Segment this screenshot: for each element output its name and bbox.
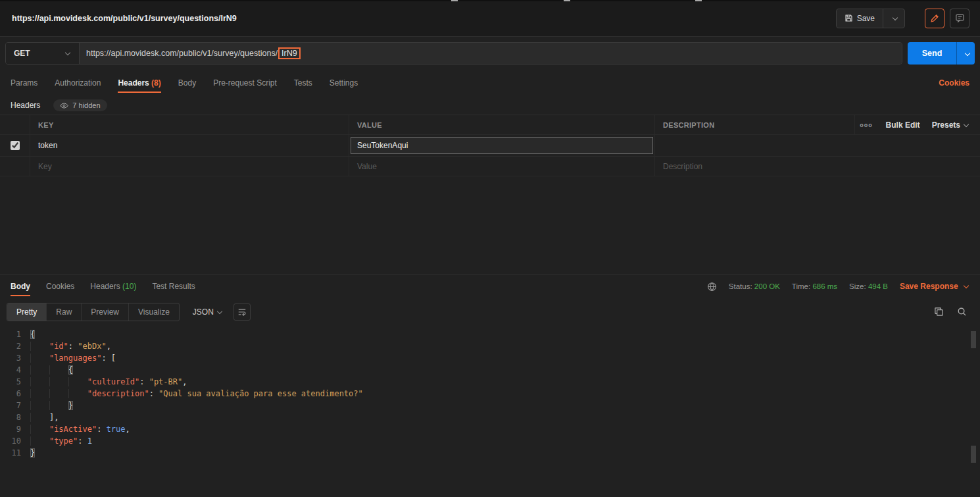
- response-toolbar: Pretty Raw Preview Visualize JSON: [0, 298, 980, 325]
- value-cell-placeholder[interactable]: Value: [349, 157, 654, 176]
- line-number: 8: [0, 411, 30, 423]
- key-placeholder-text: Key: [38, 162, 52, 171]
- network-info-button[interactable]: [707, 282, 717, 292]
- description-placeholder-text: Description: [663, 162, 702, 171]
- cookies-link[interactable]: Cookies: [939, 78, 969, 88]
- tab-response-cookies[interactable]: Cookies: [46, 275, 74, 298]
- time-value: 686 ms: [812, 282, 837, 290]
- line-number: 4: [0, 364, 30, 376]
- line-number: 5: [0, 376, 30, 388]
- presets-label: Presets: [932, 120, 960, 130]
- tab-headers[interactable]: Headers (8): [118, 70, 160, 95]
- code-line: 10 "type": 1: [0, 435, 980, 447]
- request-tab-title: https://api.movidesk.com/public/v1/surve…: [12, 14, 237, 23]
- response-meta: Status: 200 OK Time: 686 ms Size: 494 B …: [707, 282, 969, 292]
- postman-app: https://api.movidesk.com/public/v1/surve…: [0, 0, 980, 497]
- wrap-text-button[interactable]: [233, 303, 251, 321]
- more-options-button[interactable]: ooo: [854, 115, 878, 134]
- copy-button[interactable]: [934, 307, 944, 317]
- line-number: 3: [0, 352, 30, 364]
- url-highlight: IrN9: [278, 47, 301, 59]
- wrap-text-icon: [237, 307, 247, 317]
- tab-headers-count: (8): [151, 78, 161, 88]
- size-label: Size:: [849, 282, 866, 290]
- tab-prerequest-script[interactable]: Pre-request Script: [213, 70, 277, 95]
- chevron-down-icon: [893, 15, 898, 20]
- tab-params[interactable]: Params: [11, 70, 37, 95]
- status-indicator: Status: 200 OK: [729, 282, 780, 290]
- row-checkbox[interactable]: [11, 141, 20, 150]
- tab-authorization[interactable]: Authorization: [55, 70, 101, 95]
- value-input[interactable]: SeuTokenAqui: [351, 137, 653, 154]
- chevron-down-icon: [964, 121, 969, 126]
- send-button[interactable]: Send: [908, 42, 956, 65]
- status-label: Status:: [729, 282, 752, 290]
- edit-button[interactable]: [925, 9, 944, 28]
- tab-response-body[interactable]: Body: [11, 275, 30, 298]
- code-line: 6 "description": "Qual sua avaliação par…: [0, 388, 980, 400]
- response-code[interactable]: 1{2 "id": "ebDx",3 "languages": [4 {5 "c…: [0, 325, 980, 493]
- response-tabs: Body Cookies Headers (10) Test Results S…: [0, 275, 980, 298]
- eye-icon: [60, 103, 68, 109]
- key-cell-placeholder[interactable]: Key: [30, 157, 349, 176]
- presets-dropdown[interactable]: Presets: [928, 115, 980, 134]
- url-control: GET https://api.movidesk.com/public/v1/s…: [5, 42, 902, 65]
- row-checkbox-cell-empty: [0, 157, 30, 176]
- hidden-headers-toggle[interactable]: 7 hidden: [53, 99, 107, 111]
- key-cell[interactable]: token: [30, 135, 349, 156]
- column-label-description: DESCRIPTION: [663, 121, 714, 129]
- format-select[interactable]: JSON: [193, 307, 223, 317]
- headers-section-title: Headers: [11, 101, 40, 110]
- send-options-button[interactable]: [956, 42, 975, 65]
- line-number: 2: [0, 340, 30, 352]
- url-input[interactable]: https://api.movidesk.com/public/v1/surve…: [80, 43, 902, 64]
- tab-tests[interactable]: Tests: [294, 70, 312, 95]
- bulk-edit-button[interactable]: Bulk Edit: [878, 115, 928, 134]
- tab-response-headers[interactable]: Headers (10): [90, 275, 136, 298]
- save-button[interactable]: Save: [837, 9, 883, 28]
- request-url-row: GET https://api.movidesk.com/public/v1/s…: [0, 37, 980, 70]
- description-cell-placeholder[interactable]: Description: [654, 157, 980, 176]
- code-line: 8 ],: [0, 411, 980, 423]
- request-topbar: https://api.movidesk.com/public/v1/surve…: [0, 0, 980, 37]
- comments-button[interactable]: [950, 9, 969, 28]
- value-placeholder-text: Value: [357, 162, 377, 171]
- size-value: 494 B: [868, 282, 888, 290]
- method-select[interactable]: GET: [6, 43, 80, 64]
- key-cell-text: token: [38, 141, 57, 150]
- save-split-button: Save: [836, 9, 905, 28]
- header-cell-checkbox: [0, 115, 30, 134]
- view-raw-button[interactable]: Raw: [46, 303, 81, 321]
- save-options-button[interactable]: [883, 9, 904, 28]
- url-text: https://api.movidesk.com/public/v1/surve…: [86, 49, 278, 58]
- code-line: 9 "isActive": true,: [0, 423, 980, 435]
- header-cell-value: VALUE: [349, 115, 654, 134]
- globe-icon: [707, 282, 717, 292]
- line-number: 1: [0, 328, 30, 340]
- tab-body[interactable]: Body: [178, 70, 196, 95]
- search-icon: [957, 307, 967, 317]
- comments-icon: [955, 13, 965, 23]
- row-checkbox-cell: [0, 135, 30, 156]
- view-preview-button[interactable]: Preview: [81, 303, 128, 321]
- response-panel: Body Cookies Headers (10) Test Results S…: [0, 274, 980, 496]
- tab-separator: [564, 0, 570, 1]
- tab-test-results[interactable]: Test Results: [152, 275, 195, 298]
- topbar-actions: Save: [836, 9, 969, 28]
- save-response-label: Save Response: [900, 282, 958, 291]
- description-cell[interactable]: [654, 135, 980, 156]
- response-toolbar-right: [934, 307, 967, 317]
- code-line: 1{: [0, 328, 980, 340]
- save-response-dropdown[interactable]: Save Response: [900, 282, 969, 291]
- view-visualize-button[interactable]: Visualize: [128, 303, 179, 321]
- line-number: 11: [0, 447, 30, 459]
- chevron-down-icon: [217, 308, 222, 313]
- scrollbar-thumb[interactable]: [971, 446, 976, 463]
- headers-table: KEY VALUE DESCRIPTION ooo Bulk Edit Pres…: [0, 115, 980, 176]
- code-line: 11}: [0, 447, 980, 459]
- scrollbar-thumb[interactable]: [971, 331, 976, 348]
- copy-icon: [934, 307, 944, 317]
- tab-settings[interactable]: Settings: [330, 70, 358, 95]
- view-pretty-button[interactable]: Pretty: [7, 303, 46, 321]
- search-button[interactable]: [957, 307, 967, 317]
